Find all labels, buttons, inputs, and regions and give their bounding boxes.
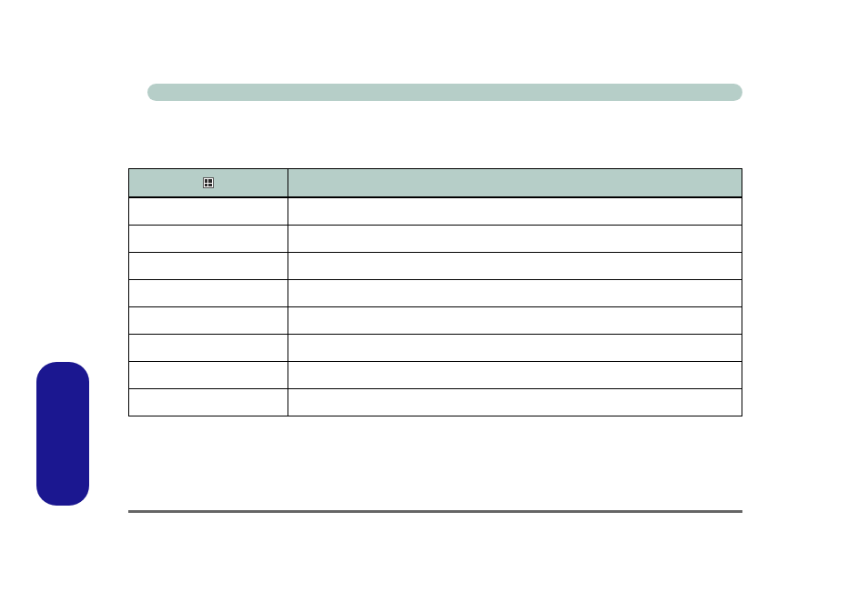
cell-desc	[288, 198, 742, 226]
footer-divider	[128, 510, 742, 513]
cell-desc	[288, 280, 742, 307]
cell-desc	[288, 307, 742, 335]
cell-desc	[288, 226, 742, 253]
cell-desc	[288, 335, 742, 362]
table-row	[129, 253, 742, 280]
cell-key	[129, 335, 288, 362]
cell-key	[129, 253, 288, 280]
cell-desc	[288, 362, 742, 389]
table-header-desc	[288, 169, 742, 196]
cell-key	[129, 226, 288, 253]
shortcut-table	[128, 168, 742, 416]
table-row	[129, 362, 742, 389]
cell-desc	[288, 253, 742, 280]
cell-key	[129, 280, 288, 307]
table-row	[129, 307, 742, 335]
page	[0, 0, 868, 612]
cell-desc	[288, 389, 742, 416]
side-tab	[36, 362, 89, 506]
table-header-row	[129, 169, 742, 198]
cell-key	[129, 362, 288, 389]
table-header-key	[129, 169, 288, 196]
section-banner	[147, 84, 742, 101]
table-row	[129, 226, 742, 253]
table-row	[129, 389, 742, 416]
table-row	[129, 198, 742, 226]
table-row	[129, 280, 742, 307]
cell-key	[129, 307, 288, 335]
windows-logo-icon	[203, 177, 214, 188]
table-row	[129, 335, 742, 362]
cell-key	[129, 389, 288, 416]
cell-key	[129, 198, 288, 226]
